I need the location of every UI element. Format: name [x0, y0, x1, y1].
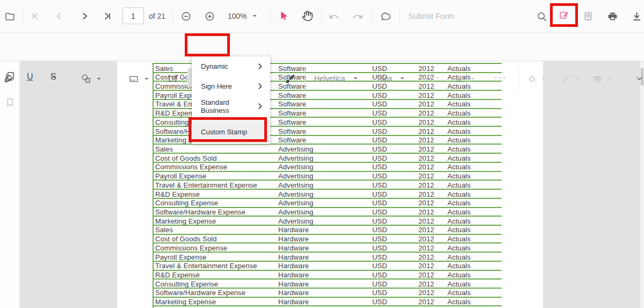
stamp-dropdown-menu: Dynamic Sign Here Standard Business Cust…: [192, 56, 270, 144]
underline-tool[interactable]: U: [27, 72, 33, 82]
table-cell: Actuals: [447, 253, 471, 261]
left-sidebar: [0, 61, 20, 308]
previous-page-button[interactable]: [54, 11, 64, 22]
table-row: R&D ExpenseHardwareUSD2012Actuals: [154, 271, 502, 280]
search-icon: [536, 11, 547, 22]
chevron-down-icon: [144, 76, 149, 82]
table-cell: Advertising: [278, 199, 313, 207]
first-page-button[interactable]: [30, 11, 41, 22]
line-weight-tool[interactable]: [592, 74, 611, 84]
brush-tool[interactable]: [285, 73, 296, 84]
menu-item-custom-stamp[interactable]: Custom Stamp: [192, 120, 270, 144]
edit-annotate-tool[interactable]: [558, 9, 570, 21]
table-cell: Actuals: [447, 109, 471, 117]
table-cell: Hardware: [278, 262, 309, 270]
menu-item-standard-business[interactable]: Standard Business: [192, 96, 270, 116]
table-cell: 2012: [418, 271, 434, 279]
font-size-dropdown[interactable]: 16px: [376, 74, 405, 83]
table-row: SalesHardwareUSD2012Actuals: [154, 226, 502, 235]
select-cursor-tool[interactable]: [277, 10, 289, 23]
table-cell: Actuals: [447, 226, 471, 234]
comment-tool[interactable]: [380, 11, 392, 22]
font-family-dropdown[interactable]: Helvetica: [314, 74, 358, 83]
table-row: Consulting ExpenseAdvertisingUSD2012Actu…: [154, 199, 502, 208]
zoom-level-dropdown[interactable]: 100%: [228, 12, 257, 20]
table-cell: 2012: [418, 82, 434, 90]
menu-item-sign-here[interactable]: Sign Here: [192, 76, 270, 96]
zoom-level-value: 100%: [228, 12, 247, 20]
download-button[interactable]: [631, 11, 642, 22]
table-cell: Advertising: [278, 154, 313, 162]
chevron-down-icon: [470, 76, 475, 82]
table-cell: 2012: [418, 190, 434, 198]
redo-button[interactable]: [352, 11, 363, 22]
chevron-right-icon: [257, 63, 263, 69]
table-cell: USD: [372, 82, 387, 90]
table-cell: USD: [372, 262, 387, 270]
image-tool[interactable]: [128, 74, 149, 84]
table-cell: USD: [372, 280, 387, 288]
submit-form-button[interactable]: Submit Form: [408, 11, 454, 20]
table-cell: Cost of Goods Sold: [155, 235, 217, 243]
next-page-button[interactable]: [79, 11, 90, 22]
document-icon: [583, 11, 594, 22]
vertical-scrollbar[interactable]: [640, 61, 644, 308]
bookmark-icon: [4, 97, 16, 108]
highlighter-tool[interactable]: [3, 73, 14, 84]
table-cell: Actuals: [447, 118, 471, 126]
last-page-button[interactable]: [102, 11, 113, 22]
table-row: Consulting ExpenseHardwareUSD2012Actuals: [154, 280, 502, 289]
menu-item-dynamic[interactable]: Dynamic: [192, 56, 270, 76]
table-cell: Payroll Expense: [155, 172, 206, 180]
shapes-icon: [81, 73, 92, 84]
undo-icon: [329, 11, 339, 22]
table-cell: 2012: [418, 244, 434, 252]
table-cell: 2012: [418, 280, 434, 288]
chevron-right-icon: [257, 83, 263, 89]
search-button[interactable]: [536, 11, 547, 22]
table-cell: 2012: [418, 136, 434, 144]
table-cell: Hardware: [278, 244, 309, 252]
undo-button[interactable]: [329, 11, 339, 22]
table-cell: Software: [278, 118, 306, 126]
font-family-value: Helvetica: [314, 74, 345, 83]
page-count-label: of 21: [149, 12, 165, 20]
align-tool[interactable]: [455, 74, 475, 84]
table-cell: 2012: [418, 226, 434, 234]
pdf-page[interactable]: SalesSoftwareUSD2012ActualsCost of Goods…: [117, 61, 543, 308]
fill-color-tool[interactable]: [527, 74, 546, 84]
bookmarks-button[interactable]: [4, 97, 16, 108]
pages-panel-button[interactable]: [583, 11, 594, 22]
collapse-toolbar-button[interactable]: [635, 75, 643, 83]
table-row: Software/Hardware ExpenseHardwareUSD2012…: [154, 289, 502, 298]
hand-pan-tool[interactable]: [302, 10, 313, 22]
shapes-tool[interactable]: [81, 73, 102, 84]
print-button[interactable]: [607, 11, 618, 22]
line-weight-icon: [592, 74, 603, 84]
table-cell: Software: [278, 109, 306, 117]
table-cell: Hardware: [278, 298, 309, 306]
page-number-input[interactable]: [122, 8, 144, 24]
table-cell: USD: [372, 217, 387, 225]
chevron-down-icon: [400, 76, 405, 81]
table-cell: Software: [278, 65, 306, 73]
table-cell: Payroll Expense: [155, 253, 206, 261]
text-box-tool[interactable]: [167, 73, 178, 84]
folder-icon[interactable]: [4, 11, 16, 22]
table-cell: Advertising: [278, 163, 313, 171]
table-row: Travel & Entertainment ExpenseHardwareUS…: [154, 262, 502, 271]
strikethrough-tool[interactable]: S: [50, 72, 56, 82]
table-cell: 2012: [418, 65, 434, 73]
table-cell: Hardware: [278, 271, 309, 279]
zoom-out-button[interactable]: [180, 11, 192, 22]
line-tool[interactable]: [560, 74, 579, 84]
table-cell: 2012: [418, 118, 434, 126]
table-cell: Actuals: [447, 91, 471, 99]
align-icon: [455, 74, 466, 84]
highlighter-icon: [3, 73, 14, 84]
table-row: Software/Hardware ExpenseAdvertisingUSD2…: [154, 208, 502, 217]
zoom-in-button[interactable]: [204, 11, 215, 22]
font-color-tool[interactable]: A: [426, 73, 440, 83]
table-cell: Actuals: [447, 190, 471, 198]
more-options-button[interactable]: ···: [494, 72, 507, 83]
